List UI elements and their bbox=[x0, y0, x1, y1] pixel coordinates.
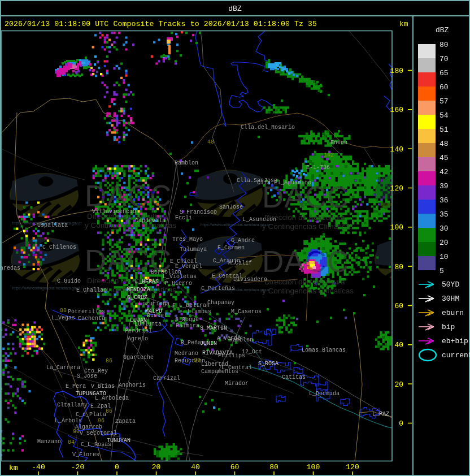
svg-text:dBZ: dBZ bbox=[436, 26, 449, 34]
svg-text:142: 142 bbox=[324, 152, 334, 158]
svg-text:km: km bbox=[399, 20, 408, 28]
svg-text:Dirección de Agricultura: Dirección de Agricultura bbox=[264, 278, 345, 286]
svg-text:https://www.contingencias.mend: https://www.contingencias.mendoza.gov.ar bbox=[12, 286, 82, 291]
svg-text:MENDOZA: MENDOZA bbox=[127, 287, 150, 293]
svg-text:y Contingencias Climáticas: y Contingencias Climáticas bbox=[262, 287, 354, 295]
svg-text:bip: bip bbox=[442, 323, 455, 331]
svg-text:10: 10 bbox=[439, 253, 449, 261]
svg-text:Uspallata: Uspallata bbox=[37, 222, 68, 228]
svg-text:20: 20 bbox=[394, 380, 403, 389]
svg-text:Eneon: Eneon bbox=[330, 140, 347, 146]
svg-text:Clla.del_Rosario: Clla.del_Rosario bbox=[241, 124, 295, 131]
svg-text:35: 35 bbox=[439, 210, 449, 219]
svg-text:E_Challao: E_Challao bbox=[76, 287, 107, 293]
svg-text:L_PAZ: L_PAZ bbox=[372, 411, 389, 417]
svg-text:Ramblon: Ramblon bbox=[175, 160, 198, 166]
svg-text:80: 80 bbox=[439, 41, 449, 49]
svg-text:45: 45 bbox=[439, 154, 449, 162]
svg-text:S_ROSA: S_ROSA bbox=[258, 361, 278, 367]
svg-text:S_Jose: S_Jose bbox=[77, 373, 97, 379]
svg-text:36: 36 bbox=[439, 196, 449, 205]
svg-text:L_Arbols: L_Arbols bbox=[55, 418, 82, 424]
svg-text:Clla.El_Aguadito: Clla.El_Aguadito bbox=[257, 180, 311, 186]
svg-text:88: 88 bbox=[60, 308, 67, 314]
svg-text:0: 0 bbox=[115, 463, 119, 471]
svg-text:Campamentos: Campamentos bbox=[201, 369, 238, 375]
svg-text:Potrerillos: Potrerillos bbox=[68, 309, 105, 315]
svg-text:C_d_Plata: C_d_Plata bbox=[76, 412, 106, 418]
svg-text:TUNUYAN: TUNUYAN bbox=[107, 438, 130, 444]
svg-text:180: 180 bbox=[390, 67, 403, 75]
svg-text:40: 40 bbox=[207, 139, 214, 145]
svg-text:Anchoris: Anchoris bbox=[119, 382, 146, 388]
svg-text:12_Oct: 12_Oct bbox=[242, 349, 262, 355]
svg-text:Palmira: Palmira bbox=[176, 323, 199, 329]
svg-text:100: 100 bbox=[390, 223, 403, 232]
svg-text:42: 42 bbox=[439, 168, 449, 176]
svg-text:20: 20 bbox=[439, 239, 449, 247]
svg-text:Tulumaya: Tulumaya bbox=[180, 246, 207, 253]
svg-text:km: km bbox=[9, 464, 18, 472]
svg-text:Cachenta: Cachenta bbox=[78, 315, 105, 322]
svg-text:Catitas: Catitas bbox=[282, 374, 306, 380]
svg-text:-40: -40 bbox=[32, 463, 45, 471]
svg-text:DACC: DACC bbox=[85, 179, 172, 213]
svg-text:100: 100 bbox=[307, 463, 320, 471]
svg-text:JUNIN: JUNIN bbox=[200, 340, 217, 347]
svg-text:39: 39 bbox=[439, 182, 449, 191]
svg-text:E_Pera: E_Pera bbox=[66, 383, 86, 390]
svg-text:L_Asuncion: L_Asuncion bbox=[242, 217, 276, 223]
svg-text:Mirador: Mirador bbox=[225, 380, 249, 387]
svg-text:Cltallary: Cltallary bbox=[57, 402, 88, 408]
svg-text:Chapanay: Chapanay bbox=[207, 300, 234, 306]
svg-text:Zapata: Zapata bbox=[115, 418, 136, 425]
svg-text:current: current bbox=[442, 351, 470, 360]
svg-text:Luzuriaga: Luzuriaga bbox=[139, 301, 169, 307]
svg-text:86: 86 bbox=[106, 408, 112, 414]
svg-text:M_Calif: M_Calif bbox=[228, 260, 252, 266]
svg-text:SanJose: SanJose bbox=[219, 204, 243, 210]
svg-text:aredas: aredas bbox=[0, 265, 20, 271]
svg-text:2026/01/13 01:18:00 UTC Compos: 2026/01/13 01:18:00 UTC Composite Tracks… bbox=[5, 20, 317, 28]
svg-text:G_Andre: G_Andre bbox=[231, 237, 255, 244]
svg-text:https://www.contingencias.mend: https://www.contingencias.mendoza.gov.ar bbox=[201, 223, 271, 227]
svg-text:V_Secotoral: V_Secotoral bbox=[80, 430, 117, 436]
svg-text:V_Flores: V_Flores bbox=[72, 452, 99, 458]
svg-text:Tres_Mayo: Tres_Mayo bbox=[172, 236, 203, 243]
svg-text:C_Chilenos: C_Chilenos bbox=[42, 244, 76, 250]
svg-text:eburn: eburn bbox=[442, 309, 464, 317]
svg-text:E_Carmen: E_Carmen bbox=[217, 245, 245, 251]
svg-text:Villavicencio: Villavicencio bbox=[92, 209, 136, 215]
svg-text:Capdevila: Capdevila bbox=[135, 218, 166, 224]
svg-text:S_Roque: S_Roque bbox=[175, 317, 199, 323]
svg-text:160: 160 bbox=[390, 106, 403, 114]
svg-text:Carrizal: Carrizal bbox=[153, 375, 180, 382]
svg-text:eb+bip: eb+bip bbox=[442, 337, 468, 345]
svg-text:Perdriel: Perdriel bbox=[125, 328, 152, 334]
svg-text:Manzano: Manzano bbox=[37, 439, 61, 445]
svg-text:G_CRUZ: G_CRUZ bbox=[127, 295, 147, 301]
svg-text:L_Dormida: L_Dormida bbox=[309, 391, 340, 397]
svg-text:La_Carrera: La_Carrera bbox=[46, 365, 80, 371]
svg-text:Divisadero: Divisadero bbox=[233, 276, 267, 283]
svg-text:90: 90 bbox=[73, 429, 80, 435]
svg-text:40: 40 bbox=[394, 341, 403, 349]
svg-text:TUPUNGATO: TUPUNGATO bbox=[76, 391, 106, 397]
svg-text:60: 60 bbox=[394, 302, 403, 310]
svg-text:Llambas: Llambas bbox=[188, 309, 211, 315]
svg-text:LUJAN: LUJAN bbox=[130, 317, 147, 323]
svg-text:L_HERAS: L_HERAS bbox=[135, 279, 159, 285]
svg-text:RIVADAVIA: RIVADAVIA bbox=[202, 350, 233, 356]
svg-text:C_Porteñas: C_Porteñas bbox=[201, 285, 235, 292]
svg-text:F_L_Beltran: F_L_Beltran bbox=[172, 302, 210, 309]
svg-text:51: 51 bbox=[439, 126, 449, 134]
svg-text:5: 5 bbox=[439, 267, 444, 275]
svg-text:E-1-736: E-1-736 bbox=[306, 165, 330, 171]
svg-text:dBZ: dBZ bbox=[228, 5, 242, 13]
svg-text:P_Hierro: P_Hierro bbox=[165, 280, 192, 287]
svg-text:50YD: 50YD bbox=[442, 280, 459, 289]
svg-text:54: 54 bbox=[439, 111, 449, 120]
svg-text:60: 60 bbox=[230, 463, 240, 471]
svg-text:20: 20 bbox=[152, 463, 161, 471]
svg-text:120: 120 bbox=[390, 184, 403, 193]
